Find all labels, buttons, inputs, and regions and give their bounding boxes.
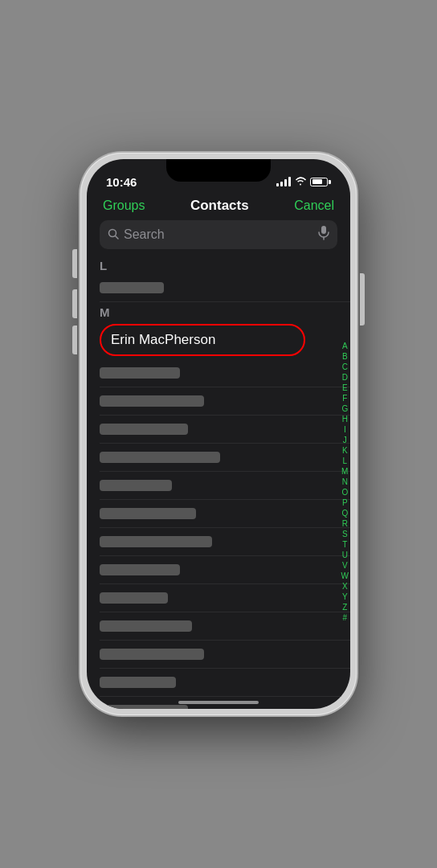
- status-icons: [276, 176, 331, 188]
- mic-icon[interactable]: [318, 226, 329, 244]
- list-item[interactable]: [100, 359, 350, 387]
- cancel-button[interactable]: Cancel: [294, 199, 334, 213]
- contacts-list: L M Erin MacPherson: [87, 256, 350, 709]
- content-area: Groups Contacts Cancel Search: [87, 194, 350, 709]
- list-item[interactable]: [100, 274, 350, 302]
- signal-icon: [276, 177, 291, 186]
- search-input[interactable]: Search: [124, 227, 313, 242]
- list-item[interactable]: [100, 528, 350, 556]
- list-item[interactable]: [100, 556, 350, 584]
- list-item[interactable]: [100, 387, 350, 416]
- section-header-l: L: [100, 256, 350, 274]
- svg-rect-2: [321, 226, 326, 234]
- highlighted-contact-row[interactable]: Erin MacPherson: [100, 324, 305, 356]
- blurred-contact: [100, 282, 164, 293]
- phone-frame: 10:46: [80, 153, 357, 715]
- list-item[interactable]: [100, 472, 350, 500]
- status-time: 10:46: [106, 175, 137, 189]
- notch: [166, 159, 271, 182]
- search-icon: [108, 228, 119, 242]
- wifi-icon: [295, 176, 306, 188]
- home-indicator: [178, 701, 259, 704]
- list-item[interactable]: [100, 612, 350, 641]
- list-item[interactable]: [100, 669, 350, 697]
- list-item[interactable]: [100, 500, 350, 528]
- groups-button[interactable]: Groups: [103, 199, 145, 213]
- list-item[interactable]: [100, 416, 350, 444]
- contact-name-erin: Erin MacPherson: [111, 332, 215, 347]
- page-title: Contacts: [190, 198, 249, 214]
- alphabet-index[interactable]: A B C D E F G H I J K L M N O P Q: [341, 256, 349, 709]
- list-item[interactable]: [100, 641, 350, 669]
- search-bar[interactable]: Search: [100, 220, 337, 249]
- list-item[interactable]: [100, 444, 350, 472]
- list-item[interactable]: [100, 584, 350, 612]
- svg-line-1: [116, 235, 119, 239]
- nav-bar: Groups Contacts Cancel: [87, 194, 350, 220]
- battery-icon: [310, 178, 331, 186]
- phone-screen: 10:46: [87, 159, 350, 709]
- section-header-m: M: [100, 302, 350, 321]
